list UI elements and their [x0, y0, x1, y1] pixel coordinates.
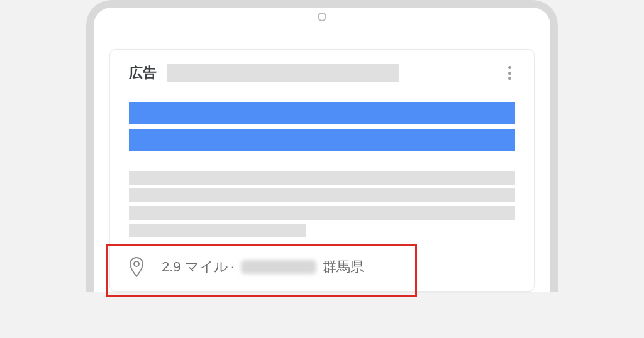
device-camera: [318, 13, 326, 21]
ad-title-line-2[interactable]: [129, 129, 515, 151]
ad-url-placeholder: [167, 64, 399, 82]
more-options-icon[interactable]: [504, 65, 515, 81]
device-frame: 広告 2.9 マイル · 群馬県: [86, 0, 558, 292]
location-region: 群馬県: [323, 258, 364, 276]
location-extension-row[interactable]: 2.9 マイル · 群馬県: [129, 248, 515, 277]
ad-description-line: [129, 188, 515, 202]
ad-description-line: [129, 171, 515, 185]
ad-description-line-short: [129, 224, 306, 237]
svg-point-0: [134, 261, 139, 266]
ad-title-line-1[interactable]: [129, 102, 515, 124]
ad-badge-label: 広告: [129, 63, 157, 82]
location-pin-icon: [129, 257, 144, 277]
ad-card: 広告 2.9 マイル · 群馬県: [109, 49, 535, 292]
ad-header-row: 広告: [129, 63, 515, 82]
location-distance: 2.9 マイル: [162, 258, 228, 276]
location-separator: ·: [231, 259, 235, 275]
location-address-obscured: [241, 260, 316, 274]
location-text: 2.9 マイル · 群馬県: [162, 258, 364, 276]
ad-description-line: [129, 206, 515, 220]
